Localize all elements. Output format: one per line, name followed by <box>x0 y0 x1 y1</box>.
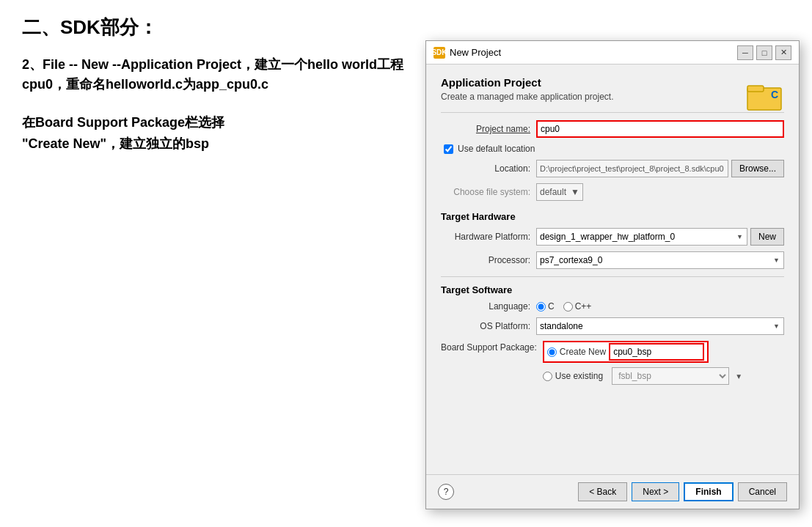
processor-label: Processor: <box>441 255 536 265</box>
restore-button[interactable]: □ <box>756 45 772 60</box>
page-heading: 二、SDK部分： <box>22 15 790 40</box>
create-new-radio[interactable] <box>547 347 557 357</box>
next-button[interactable]: Next > <box>632 482 679 501</box>
folder-icon: C <box>746 76 784 114</box>
location-label: Location: <box>441 163 536 174</box>
default-location-checkbox[interactable] <box>444 144 453 154</box>
dialog-titlebar: SDK New Project ─ □ ✕ <box>426 41 799 65</box>
os-platform-dropdown-wrapper: standalone ▼ <box>536 317 784 335</box>
language-c-radio[interactable] <box>536 302 546 312</box>
language-row: Language: C C++ <box>441 301 784 312</box>
dialog-title: SDK New Project <box>434 47 501 59</box>
location-row: Location: Browse... <box>441 160 784 177</box>
bsp-create-new-option: Create New <box>543 341 742 363</box>
default-location-label: Use default location <box>458 144 535 154</box>
processor-dropdown[interactable]: ps7_cortexa9_0 <box>536 251 784 269</box>
section-title: Application Project <box>441 76 784 89</box>
hardware-platform-row: Hardware Platform: design_1_wrapper_hw_p… <box>441 228 784 246</box>
page-content: 二、SDK部分： 2、File -- New --Application Pro… <box>0 0 812 527</box>
bsp-name-input[interactable] <box>609 343 704 361</box>
create-new-label: Create New <box>547 347 606 357</box>
hardware-platform-dropdown[interactable]: design_1_wrapper_hw_platform_0 <box>536 228 747 246</box>
svg-rect-1 <box>747 86 764 92</box>
filesystem-label: Choose file system: <box>441 187 536 197</box>
create-new-highlight: Create New <box>543 341 709 363</box>
new-project-dialog: SDK New Project ─ □ ✕ Application Projec… <box>425 40 800 509</box>
use-existing-label: Use existing <box>543 371 603 381</box>
processor-dropdown-wrapper: ps7_cortexa9_0 ▼ <box>536 251 784 269</box>
language-cpp-option: C++ <box>563 301 592 312</box>
target-hardware-label: Target Hardware <box>441 211 784 222</box>
svg-text:C: C <box>771 89 778 100</box>
close-button[interactable]: ✕ <box>775 45 791 60</box>
language-cpp-radio[interactable] <box>563 302 573 312</box>
bsp-options: Create New Use existing fsbl_bsp <box>543 341 742 385</box>
location-input[interactable] <box>536 160 728 177</box>
default-location-row: Use default location <box>441 144 784 154</box>
finish-button[interactable]: Finish <box>684 482 733 501</box>
dialog-body: Application Project Create a managed mak… <box>426 65 799 474</box>
language-c-option: C <box>536 301 555 312</box>
processor-row: Processor: ps7_cortexa9_0 ▼ <box>441 251 784 269</box>
filesystem-row: Choose file system: default ▼ <box>441 183 784 201</box>
bsp-use-existing-option: Use existing fsbl_bsp ▼ <box>543 367 742 385</box>
cancel-button[interactable]: Cancel <box>738 482 787 501</box>
hardware-platform-label: Hardware Platform: <box>441 232 536 242</box>
os-platform-dropdown[interactable]: standalone <box>536 317 784 335</box>
os-platform-row: OS Platform: standalone ▼ <box>441 317 784 335</box>
bsp-row: Board Support Package: Create New <box>441 341 784 385</box>
dropdown-caret-icon: ▼ <box>571 187 579 197</box>
bsp-label: Board Support Package: <box>441 342 543 353</box>
minimize-button[interactable]: ─ <box>737 45 753 60</box>
use-existing-radio[interactable] <box>543 372 552 381</box>
help-button[interactable]: ? <box>438 484 454 500</box>
new-hw-platform-button[interactable]: New <box>750 228 784 246</box>
hardware-platform-dropdown-wrapper: design_1_wrapper_hw_platform_0 ▼ <box>536 228 747 246</box>
back-button[interactable]: < Back <box>578 482 627 501</box>
project-name-label: Project name: <box>441 124 536 134</box>
project-name-row: Project name: <box>441 120 784 138</box>
language-radio-group: C C++ <box>536 301 591 312</box>
footer-left: ? <box>438 484 454 500</box>
language-label: Language: <box>441 301 536 312</box>
dropdown-caret-icon: ▼ <box>735 372 742 380</box>
dialog-controls: ─ □ ✕ <box>737 45 791 60</box>
section-subtitle: Create a managed make application projec… <box>441 92 784 102</box>
dialog-footer: ? < Back Next > Finish Cancel <box>426 474 799 509</box>
footer-right: < Back Next > Finish Cancel <box>578 482 787 501</box>
browse-button[interactable]: Browse... <box>731 160 784 177</box>
filesystem-dropdown[interactable]: default ▼ <box>536 183 583 201</box>
sdk-icon: SDK <box>434 47 445 59</box>
project-name-input[interactable] <box>536 120 784 138</box>
folder-icon-area: C <box>746 76 784 114</box>
target-software-label: Target Software <box>441 284 784 295</box>
bsp-existing-dropdown[interactable]: fsbl_bsp <box>612 367 729 385</box>
os-platform-label: OS Platform: <box>441 321 536 331</box>
